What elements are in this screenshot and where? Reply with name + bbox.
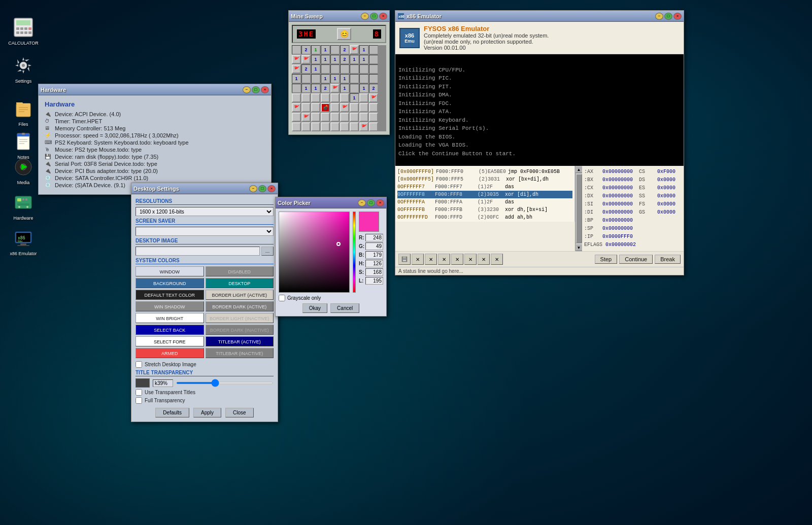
ms-cell[interactable] bbox=[321, 93, 330, 102]
cp-maximize-btn[interactable]: □ bbox=[367, 199, 375, 206]
ms-cell[interactable]: 2 bbox=[301, 45, 311, 54]
ds-color-default-text[interactable]: DEFAULT TEXT COLOR bbox=[136, 290, 204, 300]
ds-maximize-btn[interactable]: □ bbox=[258, 185, 266, 192]
cp-g-input[interactable]: 49 bbox=[365, 242, 383, 250]
ms-cell[interactable]: 1 bbox=[359, 84, 368, 93]
ms-cell[interactable]: 1 bbox=[340, 84, 349, 93]
ds-color-desktop[interactable]: DESKTOP bbox=[206, 278, 274, 288]
ms-cell[interactable] bbox=[311, 113, 320, 122]
x86-asm-scroll-thumb[interactable] bbox=[576, 174, 582, 243]
ms-cell[interactable] bbox=[369, 103, 378, 112]
cp-close-btn[interactable]: × bbox=[376, 199, 384, 206]
minesweeper-minimize-btn[interactable]: − bbox=[361, 13, 369, 20]
ms-cell[interactable]: 2 bbox=[340, 45, 349, 54]
ds-color-select-back[interactable]: SELECT BACK bbox=[136, 325, 204, 335]
ms-cell[interactable] bbox=[340, 113, 349, 122]
ms-cell[interactable] bbox=[321, 122, 330, 131]
x86-icon-btn-5[interactable]: ✕ bbox=[464, 254, 477, 265]
ms-cell[interactable] bbox=[369, 122, 378, 131]
ms-cell[interactable] bbox=[359, 103, 368, 112]
ds-desktop-image-browse[interactable]: … bbox=[261, 247, 274, 256]
x86-maximize-btn[interactable]: □ bbox=[664, 13, 672, 20]
cp-h-input[interactable]: 126 bbox=[365, 260, 383, 267]
hardware-maximize-btn[interactable]: □ bbox=[252, 86, 260, 93]
x86-icon-btn-7[interactable]: ✕ bbox=[491, 254, 503, 265]
ds-screensaver-select[interactable] bbox=[136, 227, 274, 236]
minesweeper-close-btn[interactable]: × bbox=[379, 13, 387, 20]
ms-cell[interactable] bbox=[350, 113, 359, 122]
cp-l-input[interactable]: 195 bbox=[365, 277, 383, 285]
ms-cell[interactable] bbox=[359, 93, 368, 102]
x86-icon-btn-4[interactable]: ✕ bbox=[451, 254, 463, 265]
minesweeper-grid[interactable]: 2 1 1 2 🚩 1 🚩 🚩 1 1 1 2 1 1 🚩 2 bbox=[292, 45, 386, 131]
ds-apply-button[interactable]: Apply bbox=[193, 408, 221, 417]
ms-cell[interactable]: 🚩 bbox=[369, 93, 378, 102]
ds-transparency-value[interactable] bbox=[153, 379, 173, 387]
sidebar-item-settings[interactable]: Settings bbox=[7, 53, 40, 84]
ms-cell[interactable]: 1 bbox=[350, 55, 359, 64]
ms-cell[interactable] bbox=[350, 74, 359, 83]
ds-defaults-button[interactable]: Defaults bbox=[155, 408, 189, 417]
ms-cell[interactable] bbox=[350, 84, 359, 93]
ms-cell[interactable] bbox=[301, 103, 311, 112]
cp-ok-button[interactable]: Okay bbox=[302, 303, 327, 313]
x86-icon-btn-3[interactable]: ✕ bbox=[438, 254, 450, 265]
x86-close-btn[interactable]: × bbox=[673, 13, 682, 20]
x86-continue-button[interactable]: Continue bbox=[619, 255, 653, 264]
ds-color-background[interactable]: BACKGROUND bbox=[136, 278, 204, 288]
x86-asm-scrollbar[interactable]: ▲ ▼ bbox=[575, 166, 582, 251]
ms-cell[interactable] bbox=[359, 64, 368, 74]
ms-cell[interactable] bbox=[330, 93, 340, 102]
ms-cell[interactable] bbox=[340, 122, 349, 131]
ds-color-border-dark-active[interactable]: BORDER DARK (ACTIVE) bbox=[206, 301, 274, 311]
x86-step-button[interactable]: Step bbox=[595, 255, 618, 264]
x86-icon-btn-2[interactable]: ✕ bbox=[425, 254, 437, 265]
ms-cell[interactable] bbox=[311, 103, 320, 112]
ds-close-button[interactable]: Close bbox=[225, 408, 254, 417]
ds-color-armed[interactable]: ARMED bbox=[136, 348, 204, 358]
ms-cell[interactable]: 1 bbox=[321, 55, 330, 64]
ds-color-select-fore[interactable]: SELECT FORE bbox=[136, 336, 204, 346]
cp-grayscale-checkbox[interactable] bbox=[279, 295, 285, 301]
ds-color-border-light-active[interactable]: BORDER LIGHT (ACTIVE) bbox=[206, 290, 274, 300]
ms-cell-mine[interactable]: 💣 bbox=[321, 103, 330, 112]
cp-gradient-box[interactable] bbox=[279, 212, 350, 293]
ms-cell[interactable]: 2 bbox=[369, 84, 378, 93]
ms-cell[interactable] bbox=[350, 103, 359, 112]
cp-minimize-btn[interactable]: − bbox=[358, 199, 366, 206]
ds-color-win-shadow[interactable]: WIN SHADOW bbox=[136, 301, 204, 311]
ms-cell[interactable]: 1 bbox=[311, 45, 320, 54]
sidebar-item-media[interactable]: Media bbox=[7, 155, 40, 185]
minesweeper-titlebar[interactable]: Mine Sweep − □ × bbox=[289, 11, 389, 22]
ds-color-titlebar-inactive[interactable]: TITLEBAR (INACTIVE) bbox=[206, 348, 274, 358]
x86-icon-btn-6[interactable]: ✕ bbox=[478, 254, 490, 265]
x86-break-button[interactable]: Break bbox=[655, 255, 681, 264]
ms-cell[interactable]: 🚩 bbox=[301, 113, 311, 122]
ds-transparent-titles-checkbox[interactable] bbox=[136, 389, 142, 396]
ms-cell[interactable] bbox=[292, 122, 301, 131]
ds-stretch-checkbox[interactable] bbox=[136, 361, 142, 368]
ds-minimize-btn[interactable]: − bbox=[249, 185, 257, 192]
ms-cell[interactable] bbox=[301, 122, 311, 131]
ms-cell[interactable]: 1 bbox=[350, 93, 359, 102]
ms-cell[interactable]: 🚩 bbox=[292, 64, 301, 74]
ms-cell[interactable]: 1 bbox=[340, 74, 349, 83]
ms-cell[interactable] bbox=[330, 113, 340, 122]
ms-cell[interactable] bbox=[292, 113, 301, 122]
ms-cell[interactable] bbox=[350, 122, 359, 131]
ms-cell[interactable] bbox=[330, 122, 340, 131]
ms-cell[interactable]: 🚩 bbox=[292, 55, 301, 64]
ms-cell[interactable]: 1 bbox=[311, 84, 320, 93]
sidebar-item-calculator[interactable]: CALCULATOR bbox=[7, 15, 40, 46]
ms-cell[interactable]: 1 bbox=[301, 84, 311, 93]
ms-cell[interactable]: 1 bbox=[359, 45, 368, 54]
ms-cell[interactable] bbox=[369, 55, 378, 64]
sidebar-item-files[interactable]: Files bbox=[7, 96, 40, 127]
ds-color-border-light-inactive[interactable]: BORDER LIGHT (INACTIVE) bbox=[206, 313, 274, 323]
x86-asm-scroll-up[interactable]: ▲ bbox=[576, 166, 583, 173]
minesweeper-maximize-btn[interactable]: □ bbox=[370, 13, 378, 20]
hardware-titlebar[interactable]: Hardware − □ × bbox=[39, 84, 271, 95]
ms-cell[interactable]: 1 bbox=[330, 74, 340, 83]
ms-cell[interactable] bbox=[311, 74, 320, 83]
ms-cell[interactable]: 1 bbox=[330, 55, 340, 64]
